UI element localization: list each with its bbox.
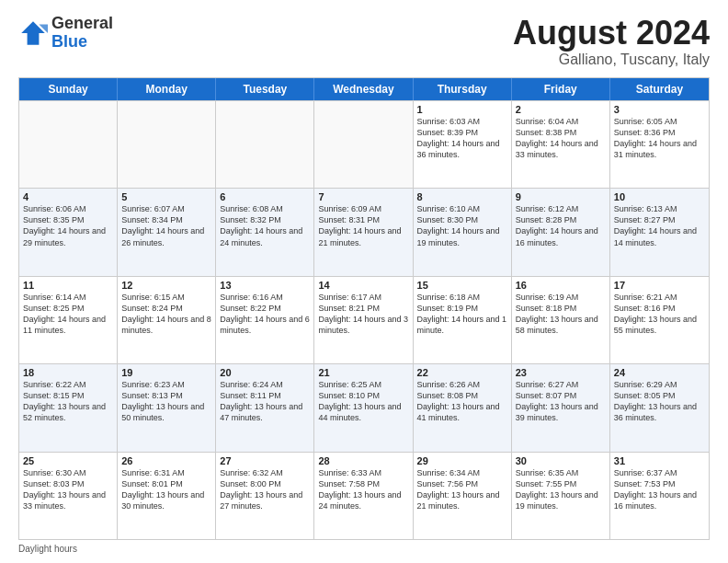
- logo-icon: [18, 18, 48, 48]
- cal-cell: 18Sunrise: 6:22 AM Sunset: 8:15 PM Dayli…: [19, 364, 118, 451]
- day-info: Sunrise: 6:30 AM Sunset: 8:03 PM Dayligh…: [23, 467, 113, 512]
- cal-cell: 21Sunrise: 6:25 AM Sunset: 8:10 PM Dayli…: [314, 364, 413, 451]
- cal-cell: 28Sunrise: 6:33 AM Sunset: 7:58 PM Dayli…: [314, 453, 413, 539]
- day-info: Sunrise: 6:17 AM Sunset: 8:21 PM Dayligh…: [318, 292, 408, 337]
- cal-cell: 25Sunrise: 6:30 AM Sunset: 8:03 PM Dayli…: [19, 453, 118, 539]
- day-number: 22: [417, 367, 507, 378]
- day-number: 25: [23, 455, 113, 466]
- day-number: 27: [220, 455, 310, 466]
- cal-week-2: 4Sunrise: 6:06 AM Sunset: 8:35 PM Daylig…: [19, 188, 709, 275]
- cal-header-cell-sunday: Sunday: [19, 78, 118, 100]
- header: General Blue August 2024 Galliano, Tusca…: [18, 15, 710, 68]
- day-number: 30: [516, 455, 606, 466]
- day-info: Sunrise: 6:09 AM Sunset: 8:31 PM Dayligh…: [318, 203, 408, 248]
- cal-cell: 26Sunrise: 6:31 AM Sunset: 8:01 PM Dayli…: [118, 453, 216, 539]
- cal-cell: 2Sunrise: 6:04 AM Sunset: 8:38 PM Daylig…: [512, 101, 610, 188]
- cal-cell: 20Sunrise: 6:24 AM Sunset: 8:11 PM Dayli…: [216, 364, 314, 451]
- day-info: Sunrise: 6:04 AM Sunset: 8:38 PM Dayligh…: [516, 116, 606, 161]
- day-number: 21: [318, 367, 408, 378]
- day-info: Sunrise: 6:25 AM Sunset: 8:10 PM Dayligh…: [318, 379, 408, 424]
- cal-week-3: 11Sunrise: 6:14 AM Sunset: 8:25 PM Dayli…: [19, 276, 709, 363]
- cal-cell: 8Sunrise: 6:10 AM Sunset: 8:30 PM Daylig…: [414, 189, 512, 275]
- day-number: 14: [318, 280, 408, 291]
- title-block: August 2024 Galliano, Tuscany, Italy: [513, 15, 710, 68]
- cal-cell: 31Sunrise: 6:37 AM Sunset: 7:53 PM Dayli…: [610, 453, 709, 539]
- day-number: 1: [417, 104, 507, 115]
- cal-week-5: 25Sunrise: 6:30 AM Sunset: 8:03 PM Dayli…: [19, 452, 709, 539]
- cal-cell: 24Sunrise: 6:29 AM Sunset: 8:05 PM Dayli…: [610, 364, 709, 451]
- sub-title: Galliano, Tuscany, Italy: [513, 52, 710, 68]
- cal-header-cell-thursday: Thursday: [414, 78, 512, 100]
- cal-header-cell-wednesday: Wednesday: [314, 78, 413, 100]
- day-number: 31: [614, 455, 705, 466]
- day-info: Sunrise: 6:05 AM Sunset: 8:36 PM Dayligh…: [614, 116, 705, 161]
- cal-cell: 29Sunrise: 6:34 AM Sunset: 7:56 PM Dayli…: [414, 453, 512, 539]
- day-info: Sunrise: 6:14 AM Sunset: 8:25 PM Dayligh…: [23, 292, 113, 337]
- logo-text: General Blue: [51, 15, 113, 52]
- day-number: 10: [614, 191, 705, 202]
- cal-cell: 6Sunrise: 6:08 AM Sunset: 8:32 PM Daylig…: [216, 189, 314, 275]
- day-number: 9: [516, 191, 606, 202]
- day-info: Sunrise: 6:21 AM Sunset: 8:16 PM Dayligh…: [614, 292, 705, 337]
- day-info: Sunrise: 6:18 AM Sunset: 8:19 PM Dayligh…: [417, 292, 507, 337]
- day-number: 19: [121, 367, 211, 378]
- cal-cell: 5Sunrise: 6:07 AM Sunset: 8:34 PM Daylig…: [118, 189, 216, 275]
- day-info: Sunrise: 6:26 AM Sunset: 8:08 PM Dayligh…: [417, 379, 507, 424]
- cal-cell: 10Sunrise: 6:13 AM Sunset: 8:27 PM Dayli…: [610, 189, 709, 275]
- cal-cell: 7Sunrise: 6:09 AM Sunset: 8:31 PM Daylig…: [314, 189, 413, 275]
- cal-cell: 14Sunrise: 6:17 AM Sunset: 8:21 PM Dayli…: [314, 277, 413, 363]
- day-number: 4: [23, 191, 113, 202]
- day-info: Sunrise: 6:31 AM Sunset: 8:01 PM Dayligh…: [121, 467, 211, 512]
- cal-header-cell-friday: Friday: [512, 78, 610, 100]
- cal-week-1: 1Sunrise: 6:03 AM Sunset: 8:39 PM Daylig…: [19, 100, 709, 188]
- day-info: Sunrise: 6:37 AM Sunset: 7:53 PM Dayligh…: [614, 467, 705, 512]
- cal-cell: 13Sunrise: 6:16 AM Sunset: 8:22 PM Dayli…: [216, 277, 314, 363]
- day-number: 16: [516, 280, 606, 291]
- day-number: 20: [220, 367, 310, 378]
- cal-cell: 22Sunrise: 6:26 AM Sunset: 8:08 PM Dayli…: [414, 364, 512, 451]
- day-info: Sunrise: 6:29 AM Sunset: 8:05 PM Dayligh…: [614, 379, 705, 424]
- day-info: Sunrise: 6:22 AM Sunset: 8:15 PM Dayligh…: [23, 379, 113, 424]
- cal-cell: 17Sunrise: 6:21 AM Sunset: 8:16 PM Dayli…: [610, 277, 709, 363]
- cal-week-4: 18Sunrise: 6:22 AM Sunset: 8:15 PM Dayli…: [19, 363, 709, 451]
- day-info: Sunrise: 6:06 AM Sunset: 8:35 PM Dayligh…: [23, 203, 113, 248]
- day-number: 17: [614, 280, 705, 291]
- cal-cell: [19, 101, 118, 188]
- cal-cell: 1Sunrise: 6:03 AM Sunset: 8:39 PM Daylig…: [414, 101, 512, 188]
- calendar: SundayMondayTuesdayWednesdayThursdayFrid…: [18, 77, 710, 540]
- day-number: 26: [121, 455, 211, 466]
- day-number: 7: [318, 191, 408, 202]
- logo-blue-label: Blue: [51, 33, 113, 52]
- calendar-header: SundayMondayTuesdayWednesdayThursdayFrid…: [19, 78, 709, 100]
- day-number: 13: [220, 280, 310, 291]
- cal-cell: [314, 101, 413, 188]
- day-info: Sunrise: 6:16 AM Sunset: 8:22 PM Dayligh…: [220, 292, 310, 337]
- day-number: 12: [121, 280, 211, 291]
- cal-header-cell-tuesday: Tuesday: [216, 78, 314, 100]
- day-info: Sunrise: 6:12 AM Sunset: 8:28 PM Dayligh…: [516, 203, 606, 248]
- day-number: 24: [614, 367, 705, 378]
- cal-cell: 15Sunrise: 6:18 AM Sunset: 8:19 PM Dayli…: [414, 277, 512, 363]
- day-number: 11: [23, 280, 113, 291]
- logo: General Blue: [18, 15, 113, 52]
- main-title: August 2024: [513, 15, 710, 52]
- day-info: Sunrise: 6:35 AM Sunset: 7:55 PM Dayligh…: [516, 467, 606, 512]
- day-info: Sunrise: 6:33 AM Sunset: 7:58 PM Dayligh…: [318, 467, 408, 512]
- day-number: 28: [318, 455, 408, 466]
- cal-cell: 9Sunrise: 6:12 AM Sunset: 8:28 PM Daylig…: [512, 189, 610, 275]
- day-info: Sunrise: 6:32 AM Sunset: 8:00 PM Dayligh…: [220, 467, 310, 512]
- day-info: Sunrise: 6:24 AM Sunset: 8:11 PM Dayligh…: [220, 379, 310, 424]
- day-info: Sunrise: 6:03 AM Sunset: 8:39 PM Dayligh…: [417, 116, 507, 161]
- day-info: Sunrise: 6:13 AM Sunset: 8:27 PM Dayligh…: [614, 203, 705, 248]
- day-number: 5: [121, 191, 211, 202]
- cal-cell: 3Sunrise: 6:05 AM Sunset: 8:36 PM Daylig…: [610, 101, 709, 188]
- cal-cell: [216, 101, 314, 188]
- day-info: Sunrise: 6:23 AM Sunset: 8:13 PM Dayligh…: [121, 379, 211, 424]
- cal-cell: 16Sunrise: 6:19 AM Sunset: 8:18 PM Dayli…: [512, 277, 610, 363]
- cal-cell: 19Sunrise: 6:23 AM Sunset: 8:13 PM Dayli…: [118, 364, 216, 451]
- day-number: 6: [220, 191, 310, 202]
- cal-cell: 27Sunrise: 6:32 AM Sunset: 8:00 PM Dayli…: [216, 453, 314, 539]
- page: General Blue August 2024 Galliano, Tusca…: [0, 0, 728, 563]
- cal-header-cell-saturday: Saturday: [610, 78, 709, 100]
- day-info: Sunrise: 6:10 AM Sunset: 8:30 PM Dayligh…: [417, 203, 507, 248]
